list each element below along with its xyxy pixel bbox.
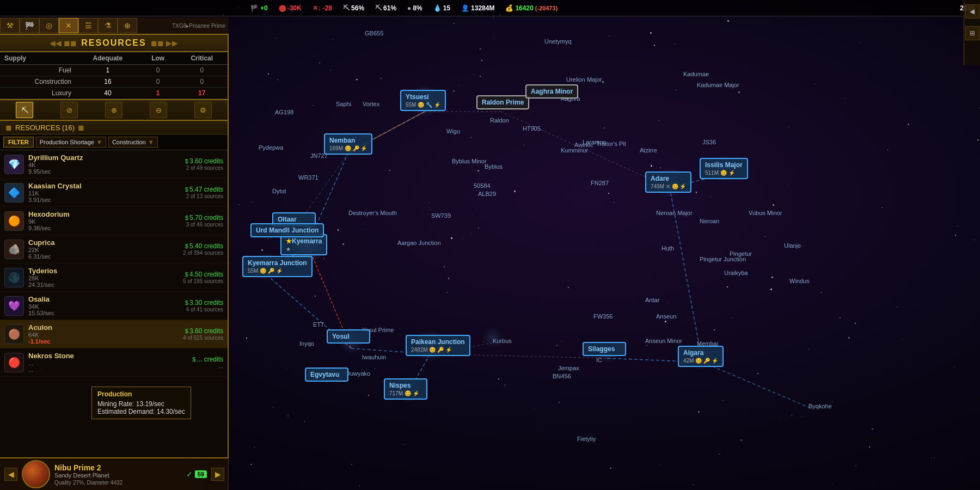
- res-price: $ 3.60 credits: [185, 157, 223, 165]
- resource-item[interactable]: 🟤 Aculon 64K -1.1/sec $ 3.60 credits 4 o…: [0, 320, 228, 348]
- col-supply: Supply: [0, 52, 76, 65]
- tool-flag[interactable]: 🏁: [20, 18, 39, 33]
- res-sources: 2 of 13 sources: [185, 193, 223, 199]
- tooltip-mining-val: 13.19/sec: [136, 400, 164, 408]
- filter-construction[interactable]: Construction ▼: [108, 137, 158, 148]
- node-name-ytsuesi: Ytsuesi: [406, 93, 440, 101]
- res-amount: 34K: [28, 303, 181, 310]
- map-node-adare[interactable]: Adare 749M ✕ 😊 ⚡: [645, 171, 691, 193]
- stat-cross: ✕↓ -28: [313, 4, 332, 12]
- res-sources: 4 of 625 sources: [183, 335, 223, 341]
- res-amount: 64K: [28, 332, 179, 338]
- tooltip-mining-label: Mining Rate:: [97, 400, 136, 408]
- tool-hammer[interactable]: ⚒: [0, 18, 20, 33]
- pick2-icon: ⛏: [375, 4, 382, 12]
- planet-check-block: ✓ 59: [186, 470, 207, 479]
- map-node-nemban[interactable]: Nemban 169M 😊 🔑 ⚡: [324, 133, 372, 155]
- tool-flask[interactable]: ⚗: [98, 18, 118, 33]
- res-price-block: $ ... credits ...: [192, 356, 223, 369]
- resource-item[interactable]: 🔴 Nekros Stone ... ... $ ... credits ...: [0, 348, 228, 377]
- resource-item[interactable]: 💎 Dyrillium Quartz 4K 9.95/sec $ 3.60 cr…: [0, 150, 228, 179]
- col-adequate: Adequate: [76, 52, 140, 65]
- sidebar-expand-btn[interactable]: ◀: [965, 4, 979, 19]
- map-node-silagges[interactable]: Silagges: [583, 342, 626, 356]
- map-node-ytsuesi[interactable]: Ytsuesi 55M 😊 🔧 ⚡: [400, 90, 446, 111]
- map-node-aaghra_minor[interactable]: Aaghra Minor: [525, 84, 578, 99]
- res-sources: 5 of 195 sources: [183, 278, 223, 284]
- tool-menu[interactable]: ☰: [78, 18, 98, 33]
- supply-row-name: Construction: [0, 76, 76, 88]
- tool-pick[interactable]: ✕: [59, 18, 78, 33]
- supply-low: 0: [140, 65, 176, 76]
- tooltip-demand-val: 14.30/sec: [157, 408, 185, 415]
- sidebar-map-btn[interactable]: ⊞: [965, 26, 979, 40]
- res-price-val: ... credits: [197, 356, 223, 363]
- res-name-block: Nekros Stone ... ...: [28, 352, 188, 373]
- node-name-adare: Adare: [651, 175, 686, 182]
- resource-item[interactable]: 🌑 Tyderios 28K 24.31/sec $ 4.50 credits …: [0, 264, 228, 292]
- res-sources: ...: [192, 363, 223, 369]
- stat-population: 👤 13284M: [461, 4, 494, 12]
- stat-pct-val: 8%: [413, 4, 422, 12]
- res-price-val: 5.47 credits: [189, 186, 223, 193]
- resource-item[interactable]: 🪨 Cuprica 22K 6.31/sec $ 5.40 credits 2 …: [0, 235, 228, 264]
- res-rate: 6.31/sec: [28, 253, 179, 260]
- filter-production-shortage[interactable]: Production Shortage ▼: [36, 137, 106, 148]
- res-price-val: 4.50 credits: [189, 271, 223, 278]
- supply-low: 0: [140, 76, 176, 88]
- resource-item[interactable]: 🟠 Hexodorium 9K 9.38/sec $ 5.70 credits …: [0, 207, 228, 235]
- money-val: 16420: [515, 4, 533, 12]
- icon-settings-btn[interactable]: ⚙: [194, 102, 212, 118]
- tool-plus[interactable]: ⊕: [118, 18, 137, 33]
- production-tooltip: Production Mining Rate: 13.19/sec Estima…: [91, 387, 191, 419]
- res-icon: 🔷: [4, 183, 24, 203]
- filter-ps-text: Production Shortage: [40, 139, 94, 145]
- percent-icon: ●: [407, 4, 411, 12]
- tool-circle[interactable]: ◎: [39, 18, 59, 33]
- cross-icon: ✕↓: [313, 4, 321, 12]
- node-name-issilis_major: Issilis Major: [705, 161, 743, 169]
- node-name-yosul: Yosul: [332, 333, 365, 340]
- money-icon: 💰: [505, 4, 513, 12]
- icon-minus-btn[interactable]: ⊖: [150, 102, 167, 118]
- map-node-nispes[interactable]: Nispes 717M 😊 ⚡: [384, 378, 427, 400]
- filter-row: FILTER Production Shortage ▼ Constructio…: [0, 134, 228, 150]
- res-name-block: Tyderios 28K 24.31/sec: [28, 267, 179, 288]
- check-num: 59: [195, 470, 207, 478]
- planet-thumbnail: [22, 460, 50, 488]
- res-name: Osalia: [28, 295, 181, 303]
- map-node-urd_mandll_junc[interactable]: Urd Mandll Junction: [250, 223, 324, 237]
- icon-plus-btn[interactable]: ⊕: [105, 102, 122, 118]
- res-rate: 3.91/sec: [28, 197, 181, 203]
- subheader-deco2: ◼: [78, 123, 84, 132]
- planet-next-btn[interactable]: ▶: [211, 468, 224, 481]
- icon-pick-btn[interactable]: ⛏: [16, 102, 33, 118]
- resources-sub-title: RESOURCES (16): [15, 124, 75, 132]
- map-node-algara[interactable]: Algara 42M 😊 🔑 ⚡: [678, 346, 724, 367]
- supply-adequate: 40: [76, 88, 140, 99]
- res-price-val: 3.60 credits: [189, 157, 223, 165]
- map-node-yosul[interactable]: Yosul: [327, 329, 370, 344]
- map-node-paikean_junc[interactable]: Paikean Junction 2482M 😊 🔑 ⚡: [406, 335, 470, 356]
- res-name: Dyrillium Quartz: [28, 154, 181, 162]
- res-price-block: $ 4.50 credits 5 of 195 sources: [183, 271, 223, 284]
- icon-flag-btn[interactable]: ⊘: [60, 102, 78, 118]
- stat-water-val: 15: [443, 4, 450, 12]
- node-name-oltaar: Oltaar: [278, 216, 310, 223]
- filter-label[interactable]: FILTER: [3, 137, 34, 148]
- res-name: Nekros Stone: [28, 352, 188, 360]
- map-node-raldon_prime[interactable]: Raldon Prime: [476, 95, 529, 109]
- map-node-issilis_major[interactable]: Issilis Major 511M 😊 ⚡: [700, 158, 748, 179]
- planet-prev-btn[interactable]: ◀: [4, 468, 17, 481]
- resource-item[interactable]: 💜 Osalia 34K 15.53/sec $ 3.30 credits 4 …: [0, 292, 228, 320]
- map-node-egvytavu[interactable]: Egvytavu: [305, 367, 348, 382]
- topbar: 🏴 +0 ⬤ -30K ✕↓ -28 ⛏ 56% ⛏ 61% ● 8% 💧 15…: [0, 0, 980, 16]
- resource-list[interactable]: 💎 Dyrillium Quartz 4K 9.95/sec $ 3.60 cr…: [0, 150, 228, 490]
- resource-item[interactable]: 🔷 Kaasian Crystal 11K 3.91/sec $ 5.47 cr…: [0, 179, 228, 207]
- planet-name: Nibu Prime 2: [54, 463, 182, 472]
- map-node-kyemarra_junc[interactable]: Kyemarra Junction 55M 😊 🔑 ⚡: [242, 256, 313, 277]
- res-price: $ 5.70 credits: [185, 214, 223, 222]
- col-critical: Critical: [176, 52, 228, 65]
- res-rate: 24.31/sec: [28, 281, 179, 288]
- res-sources: 2 of 394 sources: [183, 250, 223, 256]
